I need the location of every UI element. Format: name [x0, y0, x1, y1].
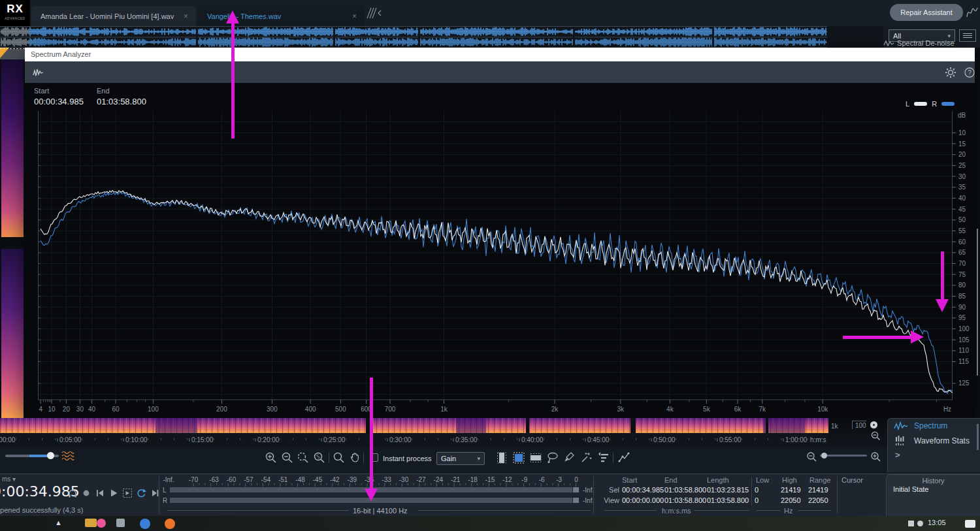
minimap-zoom-slider[interactable]: [820, 455, 867, 457]
minimap-timeline[interactable]: h:m:s 0:00:000:05:000:10:000:15:000:20:0…: [0, 433, 828, 447]
info-low: 0: [755, 486, 759, 494]
window-titlebar[interactable]: Spectrum Analyzer: [25, 48, 975, 61]
legend-r-toggle[interactable]: [941, 102, 955, 106]
meter-scale-label: -27: [416, 476, 425, 483]
tab-close-icon[interactable]: ×: [351, 12, 358, 21]
app-icon-orange[interactable]: [165, 519, 175, 529]
tab-close-icon[interactable]: ×: [182, 12, 189, 21]
app-icon-gray[interactable]: [116, 519, 125, 527]
rule: [798, 510, 831, 511]
rx-logo-text: RX: [0, 2, 30, 16]
tray-icon[interactable]: [917, 521, 923, 526]
annotation-arrow-right-edge-head: [936, 299, 949, 312]
rule: [694, 510, 749, 511]
svg-text:50: 50: [958, 216, 966, 223]
brush-tool-icon[interactable]: [563, 451, 576, 464]
app-icon-blue[interactable]: [140, 519, 150, 529]
timeline-label: 0:25:00: [323, 436, 345, 443]
taskbar-clock[interactable]: 13:05: [928, 519, 946, 526]
monitor-icon[interactable]: [67, 488, 78, 498]
info-header: Low: [756, 476, 769, 484]
panel-scrollbar[interactable]: [977, 424, 979, 450]
meter-l-label: L: [163, 487, 167, 494]
hand-tool-icon[interactable]: [349, 451, 362, 464]
zoom-selection-icon[interactable]: [297, 451, 310, 464]
timeline-label: 0:00:00: [0, 436, 15, 443]
zoom-reset-icon[interactable]: [313, 451, 326, 464]
svg-text:4k: 4k: [666, 406, 674, 413]
overview-zoom-slider[interactable]: [5, 455, 59, 457]
zoom-out-vertical-icon[interactable]: [870, 430, 881, 442]
tab-overflow-icon[interactable]: [366, 7, 383, 20]
minimap-freq-label: 1k: [831, 423, 838, 430]
transport-controls: [67, 488, 161, 498]
process-module-select[interactable]: Gain ▾: [436, 452, 485, 465]
panel-item-waveform-stats[interactable]: Waveform Stats: [888, 433, 980, 449]
scrollbar[interactable]: [977, 229, 978, 376]
spectrum-icon[interactable]: [33, 67, 44, 77]
lasso-tool-icon[interactable]: [546, 451, 559, 464]
svg-text:?: ?: [968, 69, 972, 76]
chevron-down-icon: ▾: [477, 455, 480, 462]
divider: [751, 477, 752, 506]
search-icon[interactable]: [333, 451, 346, 464]
help-icon[interactable]: ?: [964, 67, 975, 78]
svg-text:20: 20: [958, 151, 966, 158]
history-item[interactable]: Initial State: [893, 485, 928, 493]
draw-curve-tool-icon[interactable]: [618, 451, 631, 464]
minimap-zoom-in-icon[interactable]: [870, 451, 883, 464]
timeline-label: 1:00:00: [785, 436, 807, 443]
svg-text:125: 125: [958, 379, 970, 387]
spectrogram-settings-icon[interactable]: [61, 450, 74, 462]
waveform-overview[interactable]: [0, 26, 827, 48]
file-tab-amanda[interactable]: Amanda Lear - Uomini Piu Uomini [4].wav …: [31, 6, 196, 26]
zoom-reset-dot-button[interactable]: [870, 421, 877, 428]
svg-text:2k: 2k: [551, 406, 559, 413]
time-unit-selector[interactable]: ms ▾: [2, 475, 16, 483]
chevron-down-icon: ▾: [947, 33, 951, 39]
meter-scale-label: 0: [574, 476, 578, 483]
meter-scale-label: -39: [348, 476, 357, 483]
tray-icon[interactable]: [908, 521, 914, 526]
svg-text:dB: dB: [958, 112, 966, 119]
audio-format-label: 16-bit | 44100 Hz: [353, 507, 408, 515]
meter-scale-label: -30: [399, 476, 408, 483]
show-desktop-button[interactable]: [965, 520, 975, 528]
signature-icon[interactable]: [966, 4, 979, 21]
svg-text:20: 20: [63, 406, 71, 413]
play-selection-button[interactable]: [122, 488, 133, 498]
magic-wand-tool-icon[interactable]: [580, 451, 593, 464]
go-to-start-button[interactable]: [95, 488, 106, 498]
time-selection-tool-icon[interactable]: [495, 451, 508, 464]
timeline-ticks: [0, 438, 828, 442]
tray-expand-icon[interactable]: ▲: [55, 519, 62, 526]
repair-assistant-button[interactable]: Repair Assistant: [890, 4, 963, 21]
file-tab-vangelis[interactable]: Vangelis - Themes.wav ×: [198, 6, 365, 26]
end-label: End: [97, 87, 146, 95]
minimap-zoom-out-icon[interactable]: [806, 451, 819, 464]
zoom-in-icon[interactable]: [265, 451, 278, 464]
info-low: 0: [755, 496, 759, 504]
meter-scale-label: -9: [521, 476, 527, 483]
module-item-spectral-denoise[interactable]: Spectral De-noise: [883, 39, 980, 48]
gear-icon[interactable]: [945, 67, 956, 78]
svg-text:5k: 5k: [703, 406, 711, 413]
zoom-out-icon[interactable]: [281, 451, 294, 464]
svg-text:65: 65: [958, 249, 966, 256]
frequency-selection-tool-icon[interactable]: [529, 451, 542, 464]
legend-l-toggle[interactable]: [914, 102, 927, 106]
panel-expand-chevron[interactable]: >: [888, 449, 980, 460]
app-icon-pink[interactable]: [97, 519, 106, 528]
adjust-levels-icon[interactable]: [597, 451, 610, 464]
time-frequency-selection-tool-icon[interactable]: [512, 451, 525, 464]
spectrogram-minimap[interactable]: [0, 418, 828, 433]
loop-button[interactable]: [136, 488, 147, 498]
meter-r-label: R: [163, 497, 167, 504]
info-end: 01:03:58.800: [664, 496, 706, 504]
play-button[interactable]: [108, 488, 120, 498]
info-header: Range: [809, 476, 830, 484]
os-taskbar: ▲ 13:05: [0, 516, 980, 531]
record-button[interactable]: [81, 488, 92, 498]
folder-icon[interactable]: [85, 519, 97, 527]
panel-item-spectrum[interactable]: Spectrum: [888, 419, 980, 433]
